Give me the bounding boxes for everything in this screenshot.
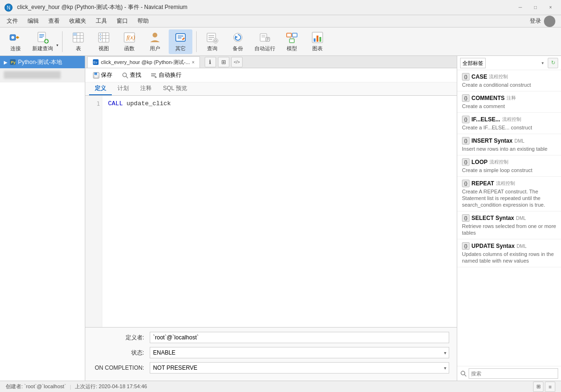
tag-dropdown[interactable]: 全部标签 (460, 58, 486, 68)
completion-select-wrapper: NOT PRESERVE PRESERVE ▾ (150, 362, 449, 374)
sidebar-blurred-1 (0, 68, 85, 82)
code-keyword-call: CALL (108, 100, 123, 107)
find-label: 查找 (130, 71, 141, 79)
right-panel: 全部标签 ▾ ↻ {} CASE 流程控制 Create a condition… (457, 56, 561, 381)
code-editor[interactable]: 1 CALL update_click (85, 96, 457, 327)
definedby-input[interactable] (150, 332, 449, 343)
user-label: 用户 (150, 45, 160, 52)
sidebar-content (0, 68, 85, 381)
save-icon (93, 72, 100, 79)
menu-favorites[interactable]: 收藏夹 (64, 16, 91, 26)
view-label: 视图 (99, 45, 109, 52)
toolbar-connect[interactable]: 连接 (4, 29, 27, 54)
snippet-insert[interactable]: {} INSERT Syntax DML Insert new rows int… (457, 134, 561, 155)
title-bar: N click_every_hour @kp (Python-测试-本地) - … (0, 0, 561, 15)
menu-tools[interactable]: 工具 (91, 16, 112, 26)
snippet-repeat-name: REPEAT (471, 180, 494, 187)
toolbar-new-query[interactable]: 新建查询 (29, 29, 56, 54)
info-icon-btn[interactable]: ℹ (205, 57, 216, 67)
toolbar-chart[interactable]: 图表 (306, 29, 329, 54)
minimize-button[interactable]: ─ (514, 2, 527, 13)
snippet-update[interactable]: {} UPDATE Syntax DML Updates columns of … (457, 239, 561, 267)
svg-rect-60 (94, 76, 98, 78)
toolbar-query[interactable]: 查询 (200, 29, 224, 54)
snippet-ifelse-title: {} IF...ELSE... 流程控制 (462, 116, 556, 123)
code-content[interactable]: CALL update_click (102, 96, 457, 327)
last-run-status: 上次运行: 2020-04-18 17:54:46 (75, 383, 147, 390)
svg-point-66 (461, 371, 465, 375)
tab-events[interactable]: Ev click_every_hour @kp (Python-测试-... × (87, 56, 200, 68)
save-label: 保存 (101, 71, 112, 79)
find-button[interactable]: 查找 (118, 70, 145, 80)
grid-icon-btn[interactable]: ⊞ (218, 57, 229, 67)
save-button[interactable]: 保存 (89, 70, 116, 80)
snippet-repeat-title: {} REPEAT 流程控制 (462, 180, 556, 187)
menu-file[interactable]: 文件 (2, 16, 23, 26)
completion-select[interactable]: NOT PRESERVE PRESERVE (150, 362, 449, 374)
snippet-loop[interactable]: {} LOOP 流程控制 Create a simple loop constr… (457, 155, 561, 177)
status-bar: 创建者: `root`@`localhost` | 上次运行: 2020-04-… (0, 381, 561, 392)
snippet-select-desc: Retrieve rows selected from one or more … (462, 223, 556, 236)
autorun-icon (258, 31, 271, 44)
svg-rect-44 (287, 33, 291, 37)
snippet-comments-name: COMMENTS (471, 95, 505, 101)
snippet-select-badge: DML (516, 216, 526, 221)
action-bar: 保存 查找 自动换行 (85, 68, 457, 82)
toolbar-model[interactable]: 模型 (280, 29, 304, 54)
snippet-ifelse-desc: Create a IF...ELSE... construct (462, 124, 556, 131)
refresh-snippet-btn[interactable]: ↻ (548, 58, 558, 68)
svg-text:Py: Py (11, 60, 16, 64)
svg-line-62 (126, 76, 128, 78)
sidebar-arrow: ▶ (4, 60, 8, 65)
status-select[interactable]: ENABLE DISABLE (150, 347, 449, 358)
snippet-search-input[interactable] (469, 368, 558, 379)
sub-tab-sql-preview[interactable]: SQL 预览 (157, 82, 193, 95)
snippet-comments-icon: {} (462, 94, 470, 102)
snippet-update-icon: {} (462, 242, 470, 250)
toolbar-other[interactable]: 其它 (169, 29, 192, 54)
svg-text:N: N (7, 5, 10, 10)
code-icon-btn[interactable]: </> (231, 57, 243, 67)
snippet-comments[interactable]: {} COMMENTS 注释 Create a comment (457, 91, 561, 113)
sub-tab-comment[interactable]: 注释 (135, 82, 157, 95)
toolbar-sep-2 (196, 31, 197, 52)
toolbar-autorun[interactable]: 自动运行 (252, 29, 278, 54)
sub-tab-definition[interactable]: 定义 (89, 82, 112, 95)
new-query-arrow[interactable]: ▾ (56, 43, 58, 47)
close-button[interactable]: × (544, 2, 557, 13)
svg-rect-59 (94, 73, 97, 75)
auto-replace-button[interactable]: 自动换行 (147, 70, 185, 80)
toolbar-table[interactable]: 表 (66, 29, 90, 54)
snippet-insert-title: {} INSERT Syntax DML (462, 137, 556, 145)
toolbar-backup[interactable]: 备份 (226, 29, 250, 54)
maximize-button[interactable]: □ (529, 2, 542, 13)
snippet-case-icon: {} (462, 73, 470, 81)
table-label: 表 (76, 45, 81, 52)
status-grid-btn[interactable]: ⊞ (533, 382, 543, 392)
auto-replace-label: 自动换行 (159, 71, 181, 79)
login-button[interactable]: 登录 (526, 15, 559, 28)
definedby-label: 定义者: (93, 334, 150, 342)
snippet-ifelse[interactable]: {} IF...ELSE... 流程控制 Create a IF...ELSE.… (457, 113, 561, 134)
form-row-definedby: 定义者: (93, 331, 449, 344)
menu-help[interactable]: 帮助 (133, 16, 154, 26)
toolbar-view[interactable]: 视图 (92, 29, 116, 54)
function-label: 函数 (124, 45, 135, 52)
svg-text:Ev: Ev (93, 61, 98, 64)
toolbar-function[interactable]: f(x) 函数 (118, 29, 141, 54)
snippet-repeat-badge: 流程控制 (496, 180, 515, 187)
on-completion-label: ON COMPLETION: (93, 365, 150, 371)
toolbar-user[interactable]: 用户 (143, 29, 167, 54)
menu-bar: 文件 编辑 查看 收藏夹 工具 窗口 帮助 登录 (0, 15, 561, 27)
status-list-btn[interactable]: ≡ (545, 382, 555, 392)
tab-close-button[interactable]: × (192, 60, 195, 65)
snippet-repeat[interactable]: {} REPEAT 流程控制 Create A REPEAT construct… (457, 177, 561, 211)
find-icon (122, 72, 128, 79)
snippet-case[interactable]: {} CASE 流程控制 Create a conditional constr… (457, 70, 561, 91)
snippet-select[interactable]: {} SELECT Syntax DML Retrieve rows selec… (457, 211, 561, 239)
menu-edit[interactable]: 编辑 (23, 16, 44, 26)
menu-view[interactable]: 查看 (44, 16, 64, 26)
sub-tab-schedule[interactable]: 计划 (112, 82, 135, 95)
menu-window[interactable]: 窗口 (112, 16, 133, 26)
new-query-icon (36, 31, 49, 44)
